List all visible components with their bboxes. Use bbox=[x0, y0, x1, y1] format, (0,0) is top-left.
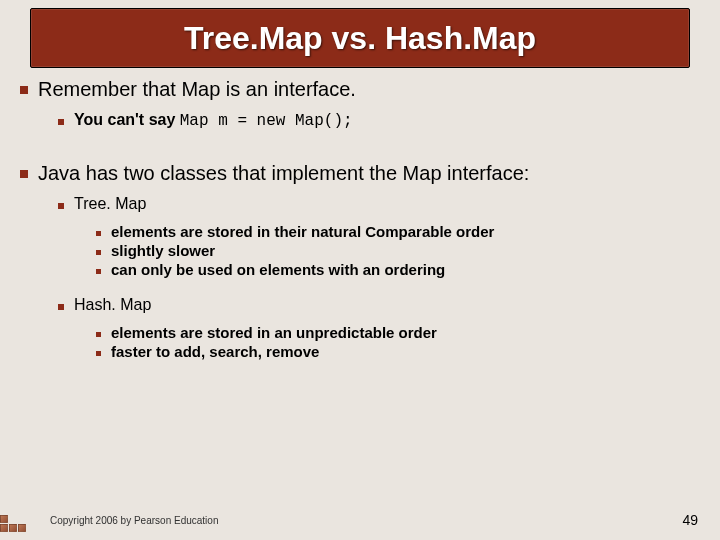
slide-body: Remember that Map is an interface. You c… bbox=[20, 78, 700, 362]
bullet-hashmap-faster: faster to add, search, remove bbox=[96, 343, 700, 360]
bullet-text: Java has two classes that implement the … bbox=[38, 162, 529, 185]
bullet-cant-say: You can't say Map m = new Map(); bbox=[58, 111, 700, 130]
bullet-text: elements are stored in an unpredictable … bbox=[111, 324, 437, 341]
bullet-hashmap: Hash. Map bbox=[58, 296, 700, 314]
bullet-text: slightly slower bbox=[111, 242, 215, 259]
bullet-treemap: Tree. Map bbox=[58, 195, 700, 213]
bullet-icon bbox=[58, 119, 64, 125]
bullet-icon bbox=[96, 351, 101, 356]
bullet-treemap-natural-order: elements are stored in their natural Com… bbox=[96, 223, 700, 240]
bullet-java-classes: Java has two classes that implement the … bbox=[20, 162, 700, 185]
code-snippet: Map m = new Map(); bbox=[180, 112, 353, 130]
bullet-treemap-ordering: can only be used on elements with an ord… bbox=[96, 261, 700, 278]
page-number: 49 bbox=[682, 512, 698, 528]
title-bar: Tree.Map vs. Hash.Map bbox=[30, 8, 690, 68]
bullet-text: elements are stored in their natural Com… bbox=[111, 223, 494, 240]
bullet-icon bbox=[58, 304, 64, 310]
bullet-icon bbox=[96, 332, 101, 337]
bullet-remember: Remember that Map is an interface. bbox=[20, 78, 700, 101]
bullet-icon bbox=[96, 250, 101, 255]
bullet-text: Remember that Map is an interface. bbox=[38, 78, 356, 101]
bullet-icon bbox=[20, 170, 28, 178]
bullet-hashmap-unpredictable: elements are stored in an unpredictable … bbox=[96, 324, 700, 341]
bullet-icon bbox=[58, 203, 64, 209]
bullet-text: Tree. Map bbox=[74, 195, 146, 213]
bullet-text: Hash. Map bbox=[74, 296, 151, 314]
bullet-text: can only be used on elements with an ord… bbox=[111, 261, 445, 278]
copyright-footer: Copyright 2006 by Pearson Education bbox=[50, 515, 218, 526]
text-prefix: You can't say bbox=[74, 111, 180, 128]
bullet-treemap-slower: slightly slower bbox=[96, 242, 700, 259]
corner-decoration bbox=[0, 506, 34, 536]
bullet-icon bbox=[96, 269, 101, 274]
bullet-icon bbox=[20, 86, 28, 94]
bullet-text: faster to add, search, remove bbox=[111, 343, 319, 360]
bullet-text: You can't say Map m = new Map(); bbox=[74, 111, 353, 130]
bullet-icon bbox=[96, 231, 101, 236]
slide-title: Tree.Map vs. Hash.Map bbox=[184, 20, 536, 57]
